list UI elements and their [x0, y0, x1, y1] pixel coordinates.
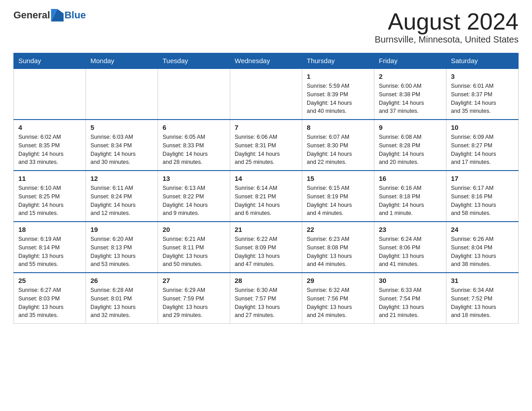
day-number: 12: [90, 175, 153, 182]
day-info: Sunrise: 6:32 AMSunset: 7:56 PMDaylight:…: [307, 286, 369, 320]
calendar-cell: 26Sunrise: 6:28 AMSunset: 8:01 PMDayligh…: [86, 273, 158, 324]
calendar-cell: 22Sunrise: 6:23 AMSunset: 8:08 PMDayligh…: [302, 222, 374, 273]
day-number: 11: [18, 175, 81, 182]
day-info: Sunrise: 6:07 AMSunset: 8:30 PMDaylight:…: [307, 133, 369, 167]
calendar-cell: 29Sunrise: 6:32 AMSunset: 7:56 PMDayligh…: [302, 273, 374, 324]
day-number: 24: [451, 226, 514, 233]
calendar-cell: 31Sunrise: 6:34 AMSunset: 7:52 PMDayligh…: [446, 273, 519, 324]
calendar-cell: [230, 68, 302, 120]
day-info: Sunrise: 6:21 AMSunset: 8:11 PMDaylight:…: [163, 235, 225, 269]
calendar-cell: 13Sunrise: 6:13 AMSunset: 8:22 PMDayligh…: [158, 171, 230, 222]
calendar-cell: 12Sunrise: 6:11 AMSunset: 8:24 PMDayligh…: [86, 171, 158, 222]
day-info: Sunrise: 5:59 AMSunset: 8:39 PMDaylight:…: [307, 82, 369, 116]
day-info: Sunrise: 6:11 AMSunset: 8:24 PMDaylight:…: [90, 184, 153, 218]
day-number: 14: [235, 175, 297, 182]
calendar-cell: 17Sunrise: 6:17 AMSunset: 8:16 PMDayligh…: [446, 171, 519, 222]
day-number: 28: [235, 277, 297, 284]
calendar-cell: 10Sunrise: 6:09 AMSunset: 8:27 PMDayligh…: [446, 120, 519, 171]
day-number: 10: [451, 124, 514, 131]
calendar-cell: 18Sunrise: 6:19 AMSunset: 8:14 PMDayligh…: [14, 222, 86, 273]
week-row-3: 11Sunrise: 6:10 AMSunset: 8:25 PMDayligh…: [14, 171, 519, 222]
day-info: Sunrise: 6:19 AMSunset: 8:14 PMDaylight:…: [18, 235, 81, 269]
calendar-cell: 7Sunrise: 6:06 AMSunset: 8:31 PMDaylight…: [230, 120, 302, 171]
day-number: 9: [379, 124, 442, 131]
day-number: 1: [307, 73, 369, 80]
col-friday: Friday: [374, 53, 446, 69]
day-number: 2: [379, 73, 442, 80]
day-info: Sunrise: 6:14 AMSunset: 8:21 PMDaylight:…: [235, 184, 297, 218]
header-row: Sunday Monday Tuesday Wednesday Thursday…: [14, 53, 519, 69]
day-number: 16: [379, 175, 442, 182]
calendar-cell: [14, 68, 86, 120]
calendar-cell: 4Sunrise: 6:02 AMSunset: 8:35 PMDaylight…: [14, 120, 86, 171]
col-wednesday: Wednesday: [230, 53, 302, 69]
day-number: 19: [90, 226, 153, 233]
day-number: 22: [307, 226, 369, 233]
day-info: Sunrise: 6:34 AMSunset: 7:52 PMDaylight:…: [451, 286, 514, 320]
calendar-cell: 2Sunrise: 6:00 AMSunset: 8:38 PMDaylight…: [374, 68, 446, 120]
day-info: Sunrise: 6:08 AMSunset: 8:28 PMDaylight:…: [379, 133, 442, 167]
day-number: 7: [235, 124, 297, 131]
day-info: Sunrise: 6:03 AMSunset: 8:34 PMDaylight:…: [90, 133, 153, 167]
day-number: 3: [451, 73, 514, 80]
day-info: Sunrise: 6:23 AMSunset: 8:08 PMDaylight:…: [307, 235, 369, 269]
day-info: Sunrise: 6:20 AMSunset: 8:13 PMDaylight:…: [90, 235, 153, 269]
logo-icon: [51, 9, 64, 21]
calendar-cell: 21Sunrise: 6:22 AMSunset: 8:09 PMDayligh…: [230, 222, 302, 273]
day-number: 4: [18, 124, 81, 131]
calendar-cell: 3Sunrise: 6:01 AMSunset: 8:37 PMDaylight…: [446, 68, 519, 120]
calendar-cell: 16Sunrise: 6:16 AMSunset: 8:18 PMDayligh…: [374, 171, 446, 222]
col-tuesday: Tuesday: [158, 53, 230, 69]
day-number: 29: [307, 277, 369, 284]
calendar-cell: 24Sunrise: 6:26 AMSunset: 8:04 PMDayligh…: [446, 222, 519, 273]
logo-blue-text: Blue: [64, 9, 86, 21]
calendar-cell: 14Sunrise: 6:14 AMSunset: 8:21 PMDayligh…: [230, 171, 302, 222]
calendar-cell: 30Sunrise: 6:33 AMSunset: 7:54 PMDayligh…: [374, 273, 446, 324]
day-number: 26: [90, 277, 153, 284]
day-info: Sunrise: 6:22 AMSunset: 8:09 PMDaylight:…: [235, 235, 297, 269]
day-info: Sunrise: 6:27 AMSunset: 8:03 PMDaylight:…: [18, 286, 81, 320]
calendar-table: Sunday Monday Tuesday Wednesday Thursday…: [13, 53, 519, 324]
calendar-cell: [86, 68, 158, 120]
day-number: 6: [163, 124, 225, 131]
calendar-cell: 25Sunrise: 6:27 AMSunset: 8:03 PMDayligh…: [14, 273, 86, 324]
col-sunday: Sunday: [14, 53, 86, 69]
day-number: 31: [451, 277, 514, 284]
calendar-cell: 5Sunrise: 6:03 AMSunset: 8:34 PMDaylight…: [86, 120, 158, 171]
day-info: Sunrise: 6:06 AMSunset: 8:31 PMDaylight:…: [235, 133, 297, 167]
day-number: 30: [379, 277, 442, 284]
calendar-cell: 15Sunrise: 6:15 AMSunset: 8:19 PMDayligh…: [302, 171, 374, 222]
week-row-2: 4Sunrise: 6:02 AMSunset: 8:35 PMDaylight…: [14, 120, 519, 171]
calendar-cell: 11Sunrise: 6:10 AMSunset: 8:25 PMDayligh…: [14, 171, 86, 222]
calendar-cell: 27Sunrise: 6:29 AMSunset: 7:59 PMDayligh…: [158, 273, 230, 324]
calendar-cell: 1Sunrise: 5:59 AMSunset: 8:39 PMDaylight…: [302, 68, 374, 120]
logo: General Blue: [13, 9, 86, 21]
day-number: 15: [307, 175, 369, 182]
day-info: Sunrise: 6:05 AMSunset: 8:33 PMDaylight:…: [163, 133, 225, 167]
day-number: 21: [235, 226, 297, 233]
day-number: 13: [163, 175, 225, 182]
day-number: 5: [90, 124, 153, 131]
day-info: Sunrise: 6:28 AMSunset: 8:01 PMDaylight:…: [90, 286, 153, 320]
day-info: Sunrise: 6:33 AMSunset: 7:54 PMDaylight:…: [379, 286, 442, 320]
day-number: 8: [307, 124, 369, 131]
week-row-5: 25Sunrise: 6:27 AMSunset: 8:03 PMDayligh…: [14, 273, 519, 324]
calendar-cell: 9Sunrise: 6:08 AMSunset: 8:28 PMDaylight…: [374, 120, 446, 171]
day-info: Sunrise: 6:13 AMSunset: 8:22 PMDaylight:…: [163, 184, 225, 218]
calendar-cell: 19Sunrise: 6:20 AMSunset: 8:13 PMDayligh…: [86, 222, 158, 273]
day-info: Sunrise: 6:09 AMSunset: 8:27 PMDaylight:…: [451, 133, 514, 167]
calendar-cell: 28Sunrise: 6:30 AMSunset: 7:57 PMDayligh…: [230, 273, 302, 324]
day-number: 20: [163, 226, 225, 233]
day-info: Sunrise: 6:15 AMSunset: 8:19 PMDaylight:…: [307, 184, 369, 218]
day-info: Sunrise: 6:00 AMSunset: 8:38 PMDaylight:…: [379, 82, 442, 116]
col-monday: Monday: [86, 53, 158, 69]
location-subtitle: Burnsville, Minnesota, United States: [375, 34, 519, 45]
day-info: Sunrise: 6:30 AMSunset: 7:57 PMDaylight:…: [235, 286, 297, 320]
col-saturday: Saturday: [446, 53, 519, 69]
day-info: Sunrise: 6:24 AMSunset: 8:06 PMDaylight:…: [379, 235, 442, 269]
day-number: 18: [18, 226, 81, 233]
day-info: Sunrise: 6:29 AMSunset: 7:59 PMDaylight:…: [163, 286, 225, 320]
logo-general-text: General: [13, 9, 50, 21]
calendar-cell: 20Sunrise: 6:21 AMSunset: 8:11 PMDayligh…: [158, 222, 230, 273]
title-area: August 2024 Burnsville, Minnesota, Unite…: [375, 9, 519, 45]
